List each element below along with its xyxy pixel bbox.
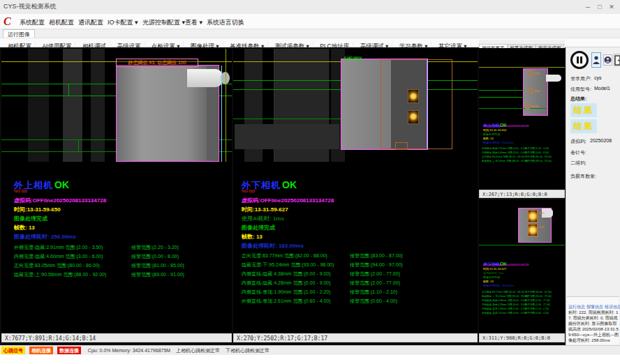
menu-light-config[interactable]: 光源控制配置 ▾	[140, 17, 188, 29]
result-ok: OK	[54, 179, 69, 190]
marker-label: 1.90	[539, 211, 545, 215]
mini-measure: 报警范围:(81.00 - 85.00)	[525, 156, 552, 158]
done-line: 图像处理完成	[242, 224, 275, 232]
result-badge-upper: 结果	[570, 103, 597, 117]
menu-camera-config[interactable]: 相机配置	[46, 17, 77, 29]
baseline-yellow	[479, 67, 565, 68]
mini-measure: 报警范围:(83.00 - 87.00)	[525, 291, 552, 294]
total-result-label: 总结果:	[570, 96, 586, 103]
pixel-status-left: X:7677;Y:891;R:14;G:14;B:14	[1, 333, 232, 342]
mini-done: 图像处理完成	[483, 132, 500, 136]
close-icon[interactable]: ✕	[606, 3, 617, 11]
exit-button[interactable]	[614, 54, 620, 66]
tab-count-label: 负极耳数量:	[570, 173, 596, 180]
elapsed-line: 图像处理耗时: 256.00ms	[14, 233, 76, 241]
camera-view-lower[interactable]: AI检测区 外下相机OK NG:0|0 虚拟码:OFFline202502081…	[233, 49, 478, 333]
measure-line	[68, 84, 69, 96]
mini-barcode: 虚拟码:OFFline20250208133134728	[483, 124, 529, 128]
qr-label: 二维码:	[570, 160, 586, 167]
app-window: CYS-视觉检测系统 ─ □ ✕ C 系统配置 相机配置 通讯配置 IO卡配置 …	[0, 0, 620, 364]
pin-label: 卷针号:	[570, 149, 586, 156]
log-text: 耗时: 222, 瑕疵检测耗时: 17, 瑕疵分类耗时: 0, 瑕疵视频分区耗时…	[568, 310, 619, 343]
maximize-icon[interactable]: □	[594, 3, 605, 11]
threshold-overlay: 静态阈值:93, 动态阈值:100	[116, 59, 198, 67]
data-conn-badge: 数据连接	[57, 347, 81, 354]
measurement-row: 外侧宽度-隐藏:2.91mm 范围:(2.00 - 3.50)报警范围:(2.2…	[14, 244, 232, 251]
menu-view[interactable]: 查看 ▾	[182, 17, 205, 29]
log-tab-alarm[interactable]: 报警信息	[586, 305, 603, 309]
thumbnail-lower-camera[interactable]: 1.90 2.61 外下相机OK 虚拟码:OFFline202502081331…	[479, 200, 565, 333]
mini-measure: 外侧宽度-隐藏:2.91mm 范围:(2.00 - 3.50)	[482, 147, 526, 150]
mini-measure: 内侧直线-隐藏:4.28mm 范围:(0.00 - 9.00)	[482, 303, 526, 306]
menu-language-switch[interactable]: 系统语言切换	[204, 17, 247, 29]
upper-cam-heartbeat: 上相机心跳检测正常	[176, 348, 220, 353]
time-line: 时间:13-31-59-650	[14, 206, 61, 213]
frames-line: 帧数: 13	[14, 224, 35, 232]
mini-measure: 报警范围:(0.60 - 4.00)	[525, 312, 549, 314]
mini-time: 时间:13-31-59-627	[483, 267, 506, 271]
menu-bar: C 系统配置 相机配置 通讯配置 IO卡配置 ▾ 光源控制配置 ▾ 查看 ▾ 系…	[0, 14, 620, 29]
defect-highlight	[528, 210, 538, 222]
machine-band	[28, 49, 49, 162]
connector-tab	[546, 75, 561, 82]
mini-measure: 报警范围:(2.00 - 77.00)	[525, 303, 550, 306]
mini-measure: 内侧直线-隐藏:4.38mm 范围:(0.00 - 9.00)	[482, 299, 526, 302]
mini-measure: 报警范围:(2.20 - 3.20)	[525, 147, 549, 150]
mini-done: 图像处理完成	[483, 275, 500, 279]
status-bar: 心跳信号 相机连接 数据连接 Cpu: 0.0% Memory: 3424.41…	[0, 345, 620, 355]
mini-measure: 外侧直线-显现:2.61mm 范围:(0.60 - 4.00)	[482, 312, 526, 314]
measurement-row: 外侧直线-显现:2.61mm 范围:(0.60 - 4.00)报警范围:(0.6…	[242, 298, 478, 305]
model-value: Model1	[594, 86, 610, 91]
defect-highlight	[408, 110, 419, 124]
camera-view-upper[interactable]: 静态阈值:93, 动态阈值:100 外上相机OK NG:0|0 虚拟码:OFFl…	[1, 49, 232, 333]
vcode-label: 虚拟码:	[570, 138, 586, 145]
user-switch-button[interactable]	[591, 52, 601, 68]
edge-line-cyan	[221, 66, 222, 162]
mini-measure: 内侧直线-显现:1.90mm 范围:(1.00 - 2.20)	[482, 308, 526, 310]
pixel-status-thumb2: X:311;Y:980;R:0;G:0;B:0	[479, 333, 565, 342]
menu-io-config[interactable]: IO卡配置 ▾	[105, 17, 141, 29]
log-tab-run[interactable]: 运行信息	[568, 305, 585, 309]
mini-time: 时间:13-31-59-650	[483, 128, 506, 132]
measure-line	[78, 139, 79, 152]
mini-measure: 报警范围:(0.00 - 8.00)	[525, 151, 549, 154]
pause-button[interactable]	[570, 51, 589, 69]
mini-measure: 报警范围:(89.00 - 91.00)	[525, 160, 552, 162]
ai-detect-rect	[381, 59, 452, 149]
mini-elapsed: 图像处理耗时: 183.00ms	[483, 284, 514, 287]
result-badge-lower: 结果	[570, 119, 597, 133]
vcode-value: 20250208	[590, 138, 612, 143]
mini-measure: 隐藏宽度-下:95.24mm 范围:(93.00 - 98.00)	[482, 295, 528, 298]
ng-line: NG:0|0	[14, 189, 27, 193]
menu-comm-config[interactable]: 通讯配置	[75, 17, 106, 29]
operator-button[interactable]	[603, 54, 612, 66]
thumbnail-upper-camera[interactable]: 2.91 4.60 90.56 外上相机OK 虚拟码:OFFline202502…	[479, 48, 565, 190]
window-titlebar: CYS-视觉检测系统 ─ □ ✕	[0, 0, 620, 14]
measurement-row: 内侧宽度-隐藏:4.60mm 范围:(3.00 - 6.00)报警范围:(0.0…	[14, 253, 232, 260]
measurement-row: 隐藏宽度-下:95.24mm 范围:(93.00 - 98.00)报警范围:(9…	[242, 261, 478, 268]
edge-line-cyan	[427, 59, 428, 150]
ai-time-line: 使用AI耗时: 1ms	[242, 215, 284, 222]
menu-system-config[interactable]: 系统配置	[17, 17, 47, 29]
tab-run-image[interactable]: 运行图像	[3, 29, 35, 38]
ai-region-label: AI检测区	[344, 55, 363, 62]
measure-line	[479, 245, 565, 245]
machine-band	[91, 49, 105, 162]
app-logo-icon: C	[3, 15, 15, 28]
log-tab-error[interactable]: 错误信息	[605, 305, 620, 309]
measurement-row: 正向宽度:83.77mm 范围:(82.00 - 88.00)报警范围:(83.…	[242, 252, 478, 259]
connector-tab	[187, 69, 223, 87]
time-line: 时间:13-31-59-627	[242, 206, 288, 213]
measurement-row: 内侧直线-隐藏:4.28mm 范围:(0.00 - 9.00)报警范围:(2.0…	[242, 280, 478, 287]
measurement-row: 内侧直线-隐藏:4.38mm 范围:(0.00 - 9.00)报警范围:(2.0…	[242, 271, 478, 278]
minimize-icon[interactable]: ─	[582, 3, 593, 11]
mini-measure: 报警范围:(1.10 - 2.10)	[525, 308, 549, 310]
workspace: 静态阈值:93, 动态阈值:100 外上相机OK NG:0|0 虚拟码:OFFl…	[0, 47, 620, 345]
window-title: CYS-视觉检测系统	[3, 2, 57, 11]
lower-cam-heartbeat: 下相机心跳检测正常	[226, 348, 270, 353]
marker-label: 90.56	[531, 105, 538, 108]
result-ok: OK	[282, 179, 297, 190]
user-value: cys	[594, 75, 602, 80]
marker-box	[528, 89, 533, 93]
pixel-status-right: X:270;Y:2502;R:17;G:17;B:17	[233, 333, 478, 342]
